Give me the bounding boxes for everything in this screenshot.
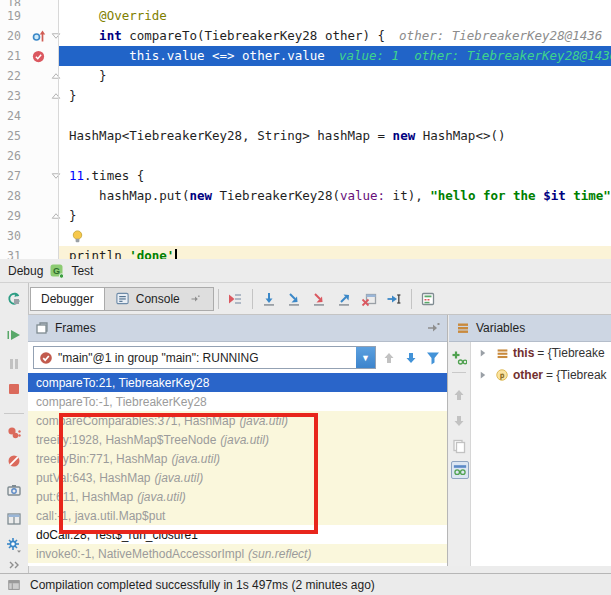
editor-line-24[interactable]: 24	[0, 106, 611, 126]
breakpoint-icon[interactable]	[31, 48, 47, 64]
code-text[interactable]: 11.times {	[58, 166, 611, 186]
variable-row[interactable]: pother= {Tiebreak	[471, 364, 611, 386]
filter-frames-button[interactable]	[423, 348, 442, 367]
toolwindow-toggle-icon[interactable]	[6, 577, 22, 593]
code-text[interactable]: }	[58, 206, 611, 226]
frames-panel: Frames "main"@1 in group "main": RUNNING…	[28, 315, 448, 566]
editor-gutter[interactable]: 22	[0, 66, 58, 86]
view-breakpoints-button-icon[interactable]	[6, 425, 22, 441]
code-text[interactable]	[58, 106, 611, 126]
editor-line-28[interactable]: 28 hashMap.put(new TiebreakerKey28(value…	[0, 186, 611, 206]
thread-selector[interactable]: "main"@1 in group "main": RUNNING ▼	[33, 346, 376, 369]
frame-row[interactable]: call:-1, java.util.Map$put	[28, 506, 447, 525]
resume-button-icon[interactable]	[6, 327, 22, 343]
next-frame-button[interactable]	[401, 348, 420, 367]
code-text[interactable]: HashMap<TiebreakerKey28, String> hashMap…	[58, 126, 611, 146]
code-segment: }	[69, 86, 77, 106]
code-segment: it),	[385, 186, 430, 206]
editor-line-22[interactable]: 22 }	[0, 66, 611, 86]
code-text[interactable]: }	[58, 86, 611, 106]
editor-gutter[interactable]: 30	[0, 226, 58, 246]
code-text[interactable]	[58, 146, 611, 166]
tab-console[interactable]: Console	[104, 287, 214, 311]
frame-row[interactable]: compareTo:21, TiebreakerKey28	[28, 373, 447, 392]
copy-stack-button-icon[interactable]	[451, 438, 467, 454]
editor-line-21[interactable]: 21 this.value <=> other.valuevalue: 1 ot…	[0, 46, 611, 66]
editor-line-19[interactable]: 19 @Override	[0, 6, 611, 26]
editor-line-27[interactable]: 2711.times {	[0, 166, 611, 186]
code-text[interactable]: }	[58, 66, 611, 86]
editor-line-25[interactable]: 25HashMap<TiebreakerKey28, String> hashM…	[0, 126, 611, 146]
editor-gutter[interactable]: 28	[0, 186, 58, 206]
code-editor[interactable]: 1819 @Override20 int compareTo(Tiebreake…	[0, 0, 611, 260]
mute-breakpoints-button-icon[interactable]	[6, 453, 22, 469]
frame-row[interactable]: treeify:1928, HashMap$TreeNode(java.util…	[28, 430, 447, 449]
frames-list: compareTo:21, TiebreakerKey28compareTo:-…	[28, 373, 447, 563]
evaluate-button[interactable]	[416, 287, 441, 311]
method-entry-icon[interactable]	[31, 28, 47, 44]
pause-button-icon[interactable]	[6, 356, 22, 372]
line-number: 26	[0, 146, 29, 166]
step-out-button[interactable]	[332, 287, 357, 311]
step-into-button[interactable]	[282, 287, 307, 311]
restore-layout-button-icon[interactable]	[6, 511, 22, 527]
frame-row[interactable]: putVal:643, HashMap(java.util)	[28, 468, 447, 487]
frame-label: put:611, HashMap	[36, 490, 133, 504]
status-message: Compilation completed successfully in 1s…	[30, 578, 375, 592]
expand-chevron-icon[interactable]	[475, 367, 491, 383]
code-text[interactable]	[58, 226, 611, 246]
run-to-cursor-button[interactable]	[382, 287, 407, 311]
editor-line-26[interactable]: 26	[0, 146, 611, 166]
frame-row[interactable]: compareComparables:371, HashMap(java.uti…	[28, 411, 447, 430]
add-watch-button-icon[interactable]	[451, 350, 467, 366]
move-up-button-icon[interactable]	[451, 387, 467, 403]
settings-button-icon[interactable]	[6, 537, 22, 553]
frame-row[interactable]: doCall:28, Test$_run_closure1	[28, 525, 447, 544]
debugger-inline-hint: value: 1 other: TiebreakerKey28@1436	[339, 46, 611, 66]
intention-bulb-icon[interactable]	[69, 228, 85, 244]
tab-debugger[interactable]: Debugger	[30, 287, 105, 311]
editor-gutter[interactable]: 20	[0, 26, 58, 46]
move-down-button-icon[interactable]	[451, 413, 467, 429]
editor-gutter[interactable]: 24	[0, 106, 58, 126]
editor-gutter[interactable]: 31	[0, 246, 58, 260]
show-watches-button-icon[interactable]	[451, 461, 469, 479]
drop-frame-button[interactable]	[357, 287, 382, 311]
pin-icon[interactable]	[425, 320, 441, 336]
editor-gutter[interactable]: 21	[0, 46, 58, 66]
tab-pin-icon[interactable]	[189, 293, 200, 304]
expand-chevron-icon[interactable]	[475, 345, 491, 361]
editor-line-29[interactable]: 29}	[0, 206, 611, 226]
editor-gutter[interactable]: 25	[0, 126, 58, 146]
step-over-button[interactable]	[257, 287, 282, 311]
debug-session-tab[interactable]: Test	[71, 264, 93, 278]
editor-line-31[interactable]: 31println 'done'	[0, 246, 611, 260]
chevron-down-icon[interactable]: ▼	[356, 347, 375, 368]
frame-row[interactable]: invoke0:-1, NativeMethodAccessorImpl(sun…	[28, 544, 447, 563]
stop-button-icon[interactable]	[6, 381, 22, 397]
editor-gutter[interactable]: 19	[0, 6, 58, 26]
frame-row[interactable]: treeifyBin:771, HashMap(java.util)	[28, 449, 447, 468]
previous-frame-button[interactable]	[379, 348, 398, 367]
editor-gutter[interactable]: 26	[0, 146, 58, 166]
more-button-icon[interactable]	[6, 557, 22, 573]
thread-dump-button-icon[interactable]	[6, 482, 22, 498]
frame-row[interactable]: put:611, HashMap(java.util)	[28, 487, 447, 506]
frame-row[interactable]: compareTo:-1, TiebreakerKey28	[28, 392, 447, 411]
code-segment: "hello for the	[430, 186, 543, 206]
editor-line-23[interactable]: 23}	[0, 86, 611, 106]
code-text[interactable]: int compareTo(TiebreakerKey28 other) {ot…	[58, 26, 611, 46]
editor-line-30[interactable]: 30	[0, 226, 611, 246]
variable-row[interactable]: this= {Tiebreake	[471, 342, 611, 364]
code-text[interactable]: hashMap.put(new TiebreakerKey28(value: i…	[58, 186, 611, 206]
code-text[interactable]: println 'done'	[58, 246, 611, 260]
editor-gutter[interactable]: 23	[0, 86, 58, 106]
code-text[interactable]: this.value <=> other.valuevalue: 1 other…	[58, 46, 611, 66]
editor-line-20[interactable]: 20 int compareTo(TiebreakerKey28 other) …	[0, 26, 611, 46]
code-text[interactable]: @Override	[58, 6, 611, 26]
editor-gutter[interactable]: 27	[0, 166, 58, 186]
show-execution-point-button[interactable]	[223, 287, 248, 311]
editor-gutter[interactable]: 29	[0, 206, 58, 226]
rerun-button-icon[interactable]	[6, 291, 22, 307]
force-step-into-button[interactable]	[307, 287, 332, 311]
